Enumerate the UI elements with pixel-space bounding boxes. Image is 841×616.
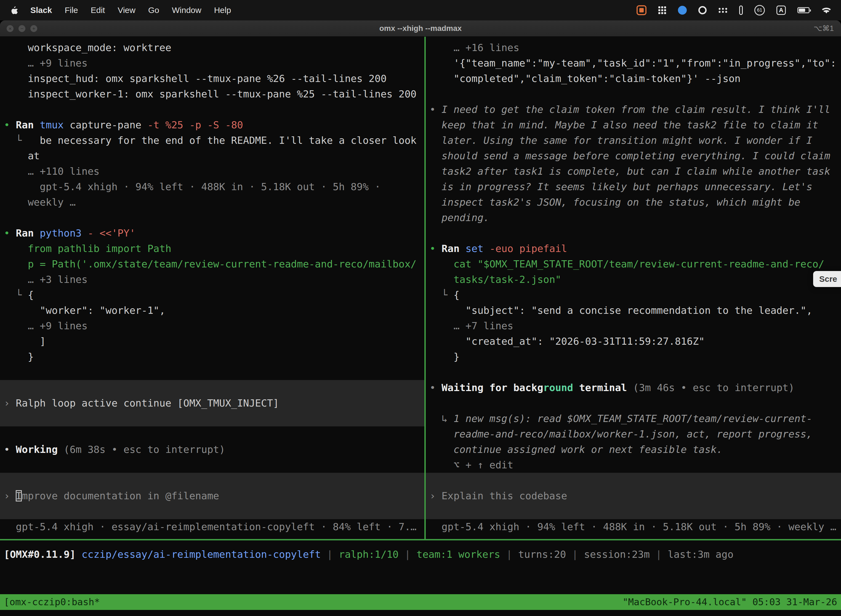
terminal-line: └ {	[426, 287, 841, 303]
terminal-line: └ be necessary for the end of the README…	[0, 133, 424, 148]
mailbox-notice: ↳ 1 new msg(s): read $OMX_TEAM_STATE_ROO…	[426, 411, 841, 427]
omx-hud-status-line: [OMX#0.11.9] cczip/essay/ai-reimplementa…	[0, 547, 841, 562]
tmux-host-clock: "MacBook-Pro-44.local" 05:03 31-Mar-26	[623, 594, 837, 610]
terminal-line: … +7 lines	[426, 318, 841, 334]
apple-menu-icon[interactable]	[11, 6, 18, 14]
terminal-line: … +110 lines	[0, 164, 424, 179]
terminal-line	[0, 411, 424, 427]
omx-hud-pane: [OMX#0.11.9] cczip/essay/ai-reimplementa…	[0, 547, 841, 562]
pane-status-line: gpt-5.4 xhigh · essay/ai-reimplementatio…	[0, 519, 424, 535]
input-source-icon[interactable]: A	[777, 6, 786, 15]
terminal-line: … +9 lines	[0, 318, 424, 334]
close-button[interactable]: ×	[7, 25, 13, 32]
terminal-line	[426, 504, 841, 519]
terminal-line: • Ran tmux capture-pane -t %25 -p -S -80	[0, 117, 424, 133]
terminal-line: … +16 lines	[426, 40, 841, 56]
terminal-line: from pathlib import Path	[0, 241, 424, 257]
window-title: omx --xhigh --madmax	[0, 24, 841, 33]
battery-percent-circle-icon[interactable]: 61	[755, 5, 765, 15]
terminal-line: • Ran set -euo pipefail	[426, 241, 841, 257]
terminal-line	[0, 102, 424, 117]
tmux-pane-right[interactable]: … +16 lines '{"team_name":"my-team","tas…	[426, 37, 841, 539]
terminal-line: later. Using the same for transition mig…	[426, 133, 841, 148]
terminal-line: inspect_hud: omx sparkshell --tmux-pane …	[0, 71, 424, 87]
working-status: • Working (6m 38s • esc to interrupt)	[0, 442, 424, 457]
terminal-line	[426, 87, 841, 102]
terminal-line: '{"team_name":"my-team","task_id":"1","f…	[426, 56, 841, 71]
terminal-line: "created_at": "2026-03-31T11:59:27.816Z"	[426, 334, 841, 349]
menu-go[interactable]: Go	[148, 6, 159, 15]
terminal-line	[0, 365, 424, 380]
terminal-line: task2 after task1 is complete, but can I…	[426, 164, 841, 179]
thinking-text: • I need to get the claim token from the…	[426, 102, 841, 117]
terminal-line: pending.	[426, 210, 841, 226]
dots-icon[interactable]	[718, 7, 728, 13]
battery-icon[interactable]	[797, 7, 810, 13]
terminal-line: cat "$OMX_TEAM_STATE_ROOT/team/review-cu…	[426, 257, 841, 272]
terminal-line	[426, 396, 841, 411]
terminal-line: inspect_worker-1: omx sparkshell --tmux-…	[0, 87, 424, 102]
ralph-status-line: › Ralph loop active continue [OMX_TMUX_I…	[0, 396, 424, 411]
screen-recording-indicator-icon[interactable]	[637, 5, 646, 15]
minimize-button[interactable]: −	[19, 25, 25, 32]
terminal-line	[0, 473, 424, 488]
screenshot-popup[interactable]: Scre	[813, 271, 841, 287]
terminal-line: inspect task2's JSON, focusing on the st…	[426, 195, 841, 210]
terminal-line	[0, 210, 424, 226]
menu-window[interactable]: Window	[172, 6, 201, 15]
terminal-line: "worker": "worker-1",	[0, 303, 424, 318]
terminal-window: × − + omx --xhigh --madmax ⌥⌘1 workspace…	[0, 21, 841, 616]
terminal-line: "subject": "send a concise recommendatio…	[426, 303, 841, 318]
composer-input-right: › Explain this codebase	[426, 488, 841, 504]
terminal-line	[426, 365, 841, 380]
tmux-pane-border-horizontal	[0, 539, 841, 540]
terminal-line: ]	[0, 334, 424, 349]
terminal-line: is in progress? It seems likely but perh…	[426, 179, 841, 195]
terminal-line: }	[0, 349, 424, 365]
terminal-line: tasks/task-2.json"	[426, 272, 841, 287]
terminal-line: gpt-5.4 xhigh · 94% left · 488K in · 5.1…	[0, 179, 424, 195]
slim-app-icon[interactable]	[739, 6, 743, 15]
terminal-line: └ {	[0, 287, 424, 303]
terminal-content: workspace_mode: worktree … +9 lines insp…	[0, 37, 841, 616]
terminal-line: … +3 lines	[0, 272, 424, 287]
ring-app-icon[interactable]	[698, 6, 707, 14]
terminal-line: ⌥ + ↑ edit	[426, 457, 841, 473]
menu-edit[interactable]: Edit	[91, 6, 105, 15]
tmux-status-bar: [omx-cczip0:bash* "MacBook-Pro-44.local"…	[0, 594, 841, 610]
composer-input-left: › Improve documentation in @filename	[0, 488, 424, 504]
terminal-line	[0, 504, 424, 519]
terminal-line: at	[0, 148, 424, 164]
app-menu-slack[interactable]: Slack	[30, 6, 52, 15]
pane-status-line: gpt-5.4 xhigh · 94% left · 488K in · 5.1…	[426, 519, 841, 535]
blue-app-icon[interactable]	[678, 6, 687, 15]
menu-help[interactable]: Help	[214, 6, 231, 15]
terminal-line: p = Path('.omx/state/team/review-current…	[0, 257, 424, 272]
terminal-line: "completed","claim_token":"claim-token"}…	[426, 71, 841, 87]
terminal-line: • Ran python3 - <<'PY'	[0, 226, 424, 241]
terminal-line: weekly …	[0, 195, 424, 210]
waiting-status: • Waiting for background terminal (3m 46…	[426, 380, 841, 396]
terminal-line	[426, 473, 841, 488]
terminal-line: should send a message before completing …	[426, 148, 841, 164]
terminal-line	[0, 457, 424, 473]
menu-view[interactable]: View	[117, 6, 135, 15]
terminal-line: workspace_mode: worktree	[0, 40, 424, 56]
terminal-line: readme-and-reco/mailbox/worker-1.json, a…	[426, 427, 841, 442]
terminal-line: … +9 lines	[0, 56, 424, 71]
menu-bar: Slack FileEditViewGoWindowHelp 61 A	[0, 0, 841, 21]
terminal-line	[426, 226, 841, 241]
tmux-pane-left[interactable]: workspace_mode: worktree … +9 lines insp…	[0, 37, 424, 539]
window-titlebar[interactable]: × − + omx --xhigh --madmax ⌥⌘1	[0, 21, 841, 37]
terminal-line: continue assigned work or next feasible …	[426, 442, 841, 457]
zoom-button[interactable]: +	[30, 25, 37, 32]
terminal-line: keep that in mind. Maybe I also need the…	[426, 117, 841, 133]
window-shortcut-hint: ⌥⌘1	[814, 24, 834, 33]
terminal-line	[0, 380, 424, 396]
tmux-session-window[interactable]: [omx-cczip0:bash*	[4, 594, 100, 610]
terminal-line: }	[426, 349, 841, 365]
wifi-icon[interactable]	[821, 6, 832, 14]
menu-file[interactable]: File	[64, 6, 78, 15]
terminal-line	[0, 427, 424, 442]
grid-icon[interactable]	[658, 6, 666, 14]
